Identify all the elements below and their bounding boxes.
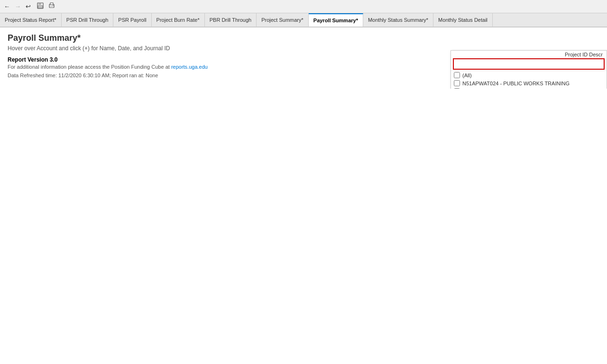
print-icon[interactable] [47, 1, 56, 11]
tab-payroll-summary[interactable]: Payroll Summary* [309, 13, 363, 27]
svg-rect-5 [50, 6, 53, 8]
dropdown-label: Project ID Descr [565, 52, 603, 57]
dropdown-item-checkbox[interactable] [454, 80, 460, 86]
tab-monthly-status-summary[interactable]: Monthly Status Summary* [363, 13, 433, 27]
main-content: Payroll Summary* Hover over Account and … [0, 27, 607, 89]
dropdown-label-row: Project ID Descr [451, 51, 607, 57]
tab-project-burn-rate[interactable]: Project Burn Rate* [152, 13, 205, 27]
nav-bar: ← → ↩ [0, 0, 607, 13]
dropdown-item-checkbox[interactable] [454, 72, 460, 78]
dropdown-overlay: Project ID Descr (All)N51APWAT024 - PUBL… [451, 50, 607, 89]
tab-psr-drill-through[interactable]: PSR Drill Through [62, 13, 113, 27]
tab-project-status-report[interactable]: Project Status Report* [0, 13, 62, 27]
dropdown-item[interactable]: N51CGCI0105 - CGCIO TRAINING [451, 87, 607, 89]
dropdown-search-row [451, 57, 607, 71]
dropdown-item[interactable]: (All) [451, 71, 607, 79]
back-button[interactable]: ← [2, 2, 12, 11]
svg-rect-2 [38, 6, 43, 8]
dropdown-list: (All)N51APWAT024 - PUBLIC WORKS TRAINING… [451, 71, 607, 89]
dropdown-item-label: (All) [462, 73, 472, 78]
svg-rect-1 [38, 3, 41, 5]
page-title: Payroll Summary* [8, 33, 599, 43]
nav-icons [36, 1, 56, 11]
dropdown-item[interactable]: N51APWAT024 - PUBLIC WORKS TRAINING [451, 79, 607, 87]
dropdown-item-label: N51APWAT024 - PUBLIC WORKS TRAINING [462, 81, 570, 86]
svg-rect-4 [50, 3, 53, 5]
forward-button[interactable]: → [13, 2, 23, 11]
svg-point-6 [53, 5, 54, 6]
back-folder-button[interactable]: ↩ [24, 2, 33, 11]
tab-psr-payroll[interactable]: PSR Payroll [113, 13, 151, 27]
dropdown-search-input[interactable] [453, 58, 605, 70]
nav-arrows: ← → ↩ [2, 2, 33, 11]
dropdown-item-checkbox[interactable] [454, 88, 460, 89]
dropdown-item-label: N51CGCI0105 - CGCIO TRAINING [462, 89, 544, 89]
save-icon[interactable] [36, 1, 45, 11]
report-link[interactable]: reports.uga.edu [171, 64, 208, 70]
tab-bar: Project Status Report* PSR Drill Through… [0, 13, 607, 27]
tab-pbr-drill-through[interactable]: PBR Drill Through [205, 13, 257, 27]
tab-monthly-status-detail[interactable]: Monthly Status Detail [433, 13, 493, 27]
tab-project-summary[interactable]: Project Summary* [257, 13, 309, 27]
